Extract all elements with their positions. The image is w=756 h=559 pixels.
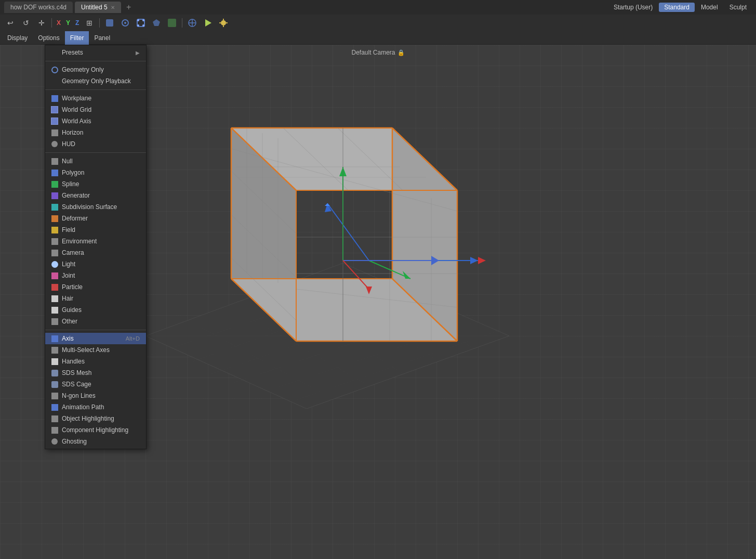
menu-item-workplane[interactable]: Workplane — [45, 93, 146, 104]
nav-standard[interactable]: Standard — [659, 3, 695, 12]
menu-item-world-grid[interactable]: World Grid — [45, 104, 146, 115]
tab-dof[interactable]: how DOF works.c4d — [4, 2, 73, 13]
menu-item-hud[interactable]: HUD — [45, 138, 146, 150]
object-mode-btn[interactable] — [102, 16, 117, 30]
menu-item-environment[interactable]: Environment — [45, 236, 146, 247]
menu-item-guides[interactable]: Guides — [45, 304, 146, 316]
environment-icon — [50, 237, 59, 245]
menu-item-subdivision-surface[interactable]: Subdivision Surface — [45, 201, 146, 213]
handles-icon — [50, 357, 59, 366]
menu-bar: Display Options Filter Panel — [0, 31, 756, 45]
null-label: Null — [62, 158, 140, 165]
object-highlighting-label: Object Highlighting — [62, 415, 140, 422]
edges-mode-btn[interactable] — [134, 16, 148, 30]
menu-item-generator[interactable]: Generator — [45, 190, 146, 201]
menu-item-other[interactable]: Other — [45, 316, 146, 327]
menu-item-null[interactable]: Null — [45, 155, 146, 167]
menu-options[interactable]: Options — [33, 31, 64, 45]
axis-shortcut: Alt+D — [126, 335, 140, 342]
menu-item-component-highlighting[interactable]: Component Highlighting — [45, 424, 146, 436]
render-btn[interactable] — [201, 16, 215, 30]
menu-display[interactable]: Display — [2, 31, 33, 45]
generator-label: Generator — [62, 192, 140, 199]
menu-item-geometry-only[interactable]: Geometry Only — [45, 64, 146, 75]
menu-item-object-highlighting[interactable]: Object Highlighting — [45, 413, 146, 424]
menu-item-ghosting[interactable]: Ghosting — [45, 436, 146, 447]
field-label: Field — [62, 226, 140, 233]
menu-item-particle[interactable]: Particle — [45, 281, 146, 293]
polygon-label: Polygon — [62, 169, 140, 176]
world-grid-label: World Grid — [62, 106, 140, 113]
nav-startup[interactable]: Startup (User) — [608, 3, 658, 12]
svg-point-5 — [142, 19, 144, 21]
points-mode-btn[interactable] — [118, 16, 132, 30]
menu-section-axis: Axis Alt+D Multi-Select Axes Handles SD — [45, 331, 146, 449]
menu-item-handles[interactable]: Handles — [45, 356, 146, 367]
object-highlighting-icon — [50, 414, 59, 423]
geometry-only-label: Geometry Only — [62, 66, 140, 73]
menu-item-multi-select-axes[interactable]: Multi-Select Axes — [45, 344, 146, 356]
tab-untitled[interactable]: Untitled 5 ✕ — [75, 2, 121, 13]
environment-label: Environment — [62, 238, 140, 245]
polygon-icon — [50, 168, 59, 177]
menu-item-joint[interactable]: Joint — [45, 270, 146, 281]
menu-item-field[interactable]: Field — [45, 224, 146, 236]
animation-path-label: Animation Path — [62, 404, 140, 411]
menu-item-sds-mesh[interactable]: SDS Mesh — [45, 367, 146, 379]
add-button[interactable]: ✛ — [34, 16, 49, 30]
menu-item-animation-path[interactable]: Animation Path — [45, 401, 146, 413]
horizon-label: Horizon — [62, 129, 140, 136]
multi-select-axes-label: Multi-Select Axes — [62, 346, 140, 354]
menu-item-presets[interactable]: Presets ▶ — [45, 47, 146, 58]
light-btn[interactable] — [216, 16, 231, 30]
menu-panel[interactable]: Panel — [89, 31, 115, 45]
new-tab-button[interactable]: + — [123, 2, 135, 13]
cube-viewport — [145, 86, 509, 409]
hair-label: Hair — [62, 295, 140, 302]
ghosting-icon — [50, 437, 59, 446]
menu-section-world: Workplane World Grid World Axis Horizon — [45, 91, 146, 151]
component-highlighting-icon — [50, 426, 59, 434]
menu-item-horizon[interactable]: Horizon — [45, 127, 146, 138]
snap-btn[interactable] — [185, 16, 200, 30]
menu-item-sds-cage[interactable]: SDS Cage — [45, 379, 146, 390]
joint-icon — [50, 271, 59, 280]
spline-label: Spline — [62, 180, 140, 188]
svg-point-14 — [221, 20, 226, 25]
svg-line-71 — [327, 203, 369, 261]
tab-bar: how DOF works.c4d Untitled 5 ✕ + Startup… — [0, 0, 756, 15]
menu-item-world-axis[interactable]: World Axis — [45, 115, 146, 127]
divider-3 — [45, 152, 146, 153]
animation-path-icon — [50, 403, 59, 411]
menu-item-polygon[interactable]: Polygon — [45, 167, 146, 178]
spline-icon — [50, 180, 59, 188]
menu-item-camera[interactable]: Camera — [45, 247, 146, 258]
nav-model[interactable]: Model — [696, 3, 723, 12]
menu-item-axis[interactable]: Axis Alt+D — [45, 333, 146, 344]
menu-item-geometry-only-playback[interactable]: Geometry Only Playback — [45, 75, 146, 87]
menu-item-light[interactable]: Light — [45, 258, 146, 270]
menu-item-ngon-lines[interactable]: N-gon Lines — [45, 390, 146, 401]
menu-filter[interactable]: Filter — [65, 31, 89, 45]
svg-rect-0 — [106, 19, 113, 27]
coord-button[interactable]: ⊞ — [82, 16, 97, 30]
menu-item-spline[interactable]: Spline — [45, 178, 146, 190]
generator-icon — [50, 191, 59, 200]
menu-item-hair[interactable]: Hair — [45, 293, 146, 304]
field-icon — [50, 226, 59, 234]
light-label: Light — [62, 261, 140, 268]
horizon-icon — [50, 128, 59, 137]
menu-item-deformer[interactable]: Deformer — [45, 213, 146, 224]
sds-cage-icon — [50, 380, 59, 388]
presets-icon — [50, 48, 59, 57]
component-highlighting-label: Component Highlighting — [62, 426, 140, 434]
undo-button[interactable]: ↩ — [3, 16, 18, 30]
poly-mode-btn[interactable] — [149, 16, 164, 30]
redo-button[interactable]: ↺ — [19, 16, 33, 30]
geometry-playback-label: Geometry Only Playback — [62, 77, 140, 85]
ngon-lines-label: N-gon Lines — [62, 392, 140, 399]
nav-sculpt[interactable]: Sculpt — [724, 3, 752, 12]
guides-label: Guides — [62, 306, 140, 314]
texture-btn[interactable] — [165, 16, 179, 30]
tab-close-icon[interactable]: ✕ — [111, 5, 115, 10]
